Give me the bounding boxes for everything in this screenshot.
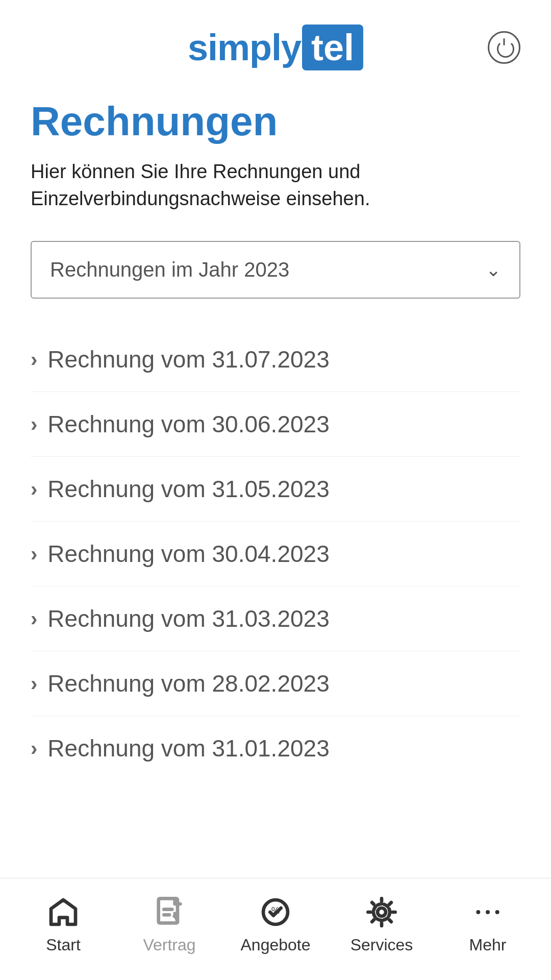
main-content: Rechnungen Hier können Sie Ihre Rechnung…: [0, 89, 551, 878]
svg-point-6: [378, 908, 386, 916]
page-description: Hier können Sie Ihre Rechnungen und Einz…: [31, 158, 520, 212]
invoice-label: Rechnung vom 31.05.2023: [47, 475, 329, 503]
invoice-label: Rechnung vom 31.03.2023: [47, 605, 329, 632]
invoice-label: Rechnung vom 30.06.2023: [47, 410, 329, 438]
chevron-right-icon: ›: [31, 607, 37, 630]
mehr-icon: [469, 894, 506, 930]
nav-item-start[interactable]: Start: [10, 894, 116, 954]
invoice-label: Rechnung vom 31.07.2023: [47, 346, 329, 373]
invoice-list: ›Rechnung vom 31.07.2023›Rechnung vom 30…: [31, 327, 520, 780]
svg-point-8: [476, 910, 480, 914]
logo: simplytel: [188, 24, 363, 70]
nav-label-angebote: Angebote: [240, 936, 310, 954]
chevron-right-icon: ›: [31, 737, 37, 760]
power-icon: [495, 38, 513, 57]
chevron-down-icon: ⌄: [486, 259, 501, 281]
page-title: Rechnungen: [31, 99, 520, 144]
home-icon: [45, 894, 82, 930]
invoice-item[interactable]: ›Rechnung vom 30.06.2023: [31, 392, 520, 457]
invoice-label: Rechnung vom 31.01.2023: [47, 734, 329, 762]
header: simplytel: [0, 0, 551, 89]
svg-point-9: [486, 910, 490, 914]
power-button[interactable]: [488, 31, 520, 64]
invoice-item[interactable]: ›Rechnung vom 30.04.2023: [31, 522, 520, 586]
logo-simply-text: simply: [188, 27, 301, 68]
svg-text:%: %: [271, 905, 280, 916]
logo-tel-text: tel: [302, 24, 363, 70]
invoice-item[interactable]: ›Rechnung vom 31.07.2023: [31, 327, 520, 392]
chevron-right-icon: ›: [31, 413, 37, 436]
nav-label-mehr: Mehr: [469, 936, 507, 954]
chevron-right-icon: ›: [31, 672, 37, 695]
invoice-item[interactable]: ›Rechnung vom 31.03.2023: [31, 586, 520, 651]
nav-label-services: Services: [350, 936, 413, 954]
chevron-right-icon: ›: [31, 543, 37, 566]
nav-item-vertrag[interactable]: Vertrag: [116, 894, 222, 954]
nav-item-angebote[interactable]: % Angebote: [222, 894, 329, 954]
bottom-navigation: Start Vertrag %: [0, 878, 551, 980]
invoice-label: Rechnung vom 28.02.2023: [47, 670, 329, 697]
year-dropdown[interactable]: Rechnungen im Jahr 2023 ⌄: [31, 241, 520, 299]
svg-point-10: [495, 910, 499, 914]
dropdown-label: Rechnungen im Jahr 2023: [50, 258, 289, 281]
invoice-item[interactable]: ›Rechnung vom 28.02.2023: [31, 651, 520, 716]
services-icon: [363, 894, 400, 930]
nav-item-services[interactable]: Services: [329, 894, 435, 954]
chevron-right-icon: ›: [31, 478, 37, 501]
contract-icon: [151, 894, 188, 930]
invoice-item[interactable]: ›Rechnung vom 31.05.2023: [31, 457, 520, 522]
nav-label-vertrag: Vertrag: [143, 936, 195, 954]
invoice-item[interactable]: ›Rechnung vom 31.01.2023: [31, 716, 520, 780]
nav-item-mehr[interactable]: Mehr: [435, 894, 541, 954]
invoice-label: Rechnung vom 30.04.2023: [47, 540, 329, 568]
chevron-right-icon: ›: [31, 348, 37, 371]
nav-label-start: Start: [46, 936, 81, 954]
angebote-icon: %: [257, 894, 294, 930]
